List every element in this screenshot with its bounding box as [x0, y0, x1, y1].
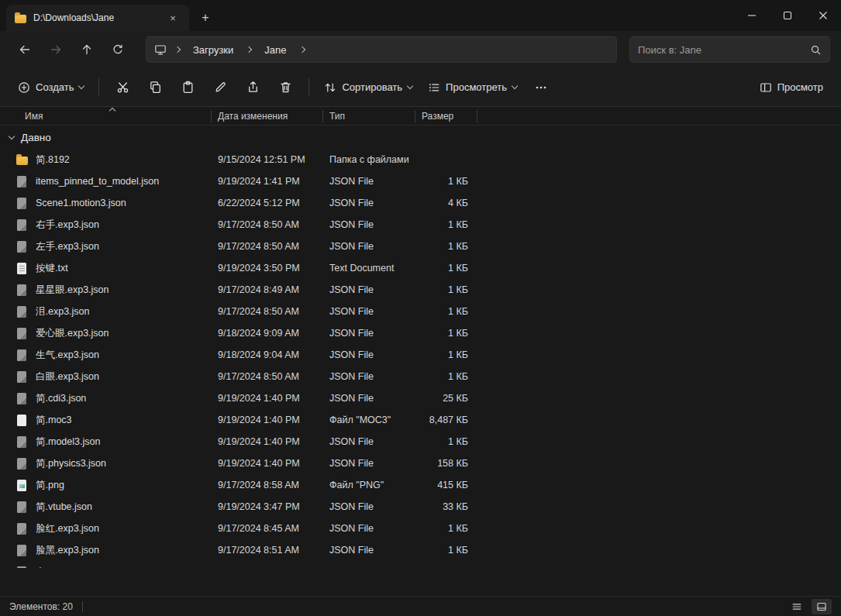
maximize-icon	[783, 11, 792, 20]
file-row[interactable]: 简.physics3.json 9/19/2024 1:40 PM JSON F…	[0, 453, 841, 474]
items-count: Элементов: 20	[9, 601, 73, 612]
paste-button[interactable]	[172, 74, 203, 102]
file-row[interactable]: 泪.exp3.json 9/17/2024 8:50 AM JSON File …	[0, 301, 841, 322]
breadcrumb-item-jane[interactable]: Jane	[260, 41, 291, 59]
file-type: JSON File	[323, 371, 415, 382]
file-name-cell: 简.8192	[0, 153, 212, 167]
file-row[interactable]: 脸红.exp3.json 9/17/2024 8:45 AM JSON File…	[0, 518, 841, 539]
sort-ascending-icon	[109, 108, 115, 114]
group-collapse-icon[interactable]	[9, 132, 15, 139]
file-name: 简.physics3.json	[36, 457, 106, 470]
search-box[interactable]	[629, 36, 830, 63]
close-icon	[819, 11, 828, 20]
column-header-name[interactable]: Имя	[0, 107, 212, 125]
breadcrumb-item-downloads[interactable]: Загрузки	[188, 41, 238, 59]
file-name-cell: 泪.exp3.json	[0, 305, 212, 318]
file-name: 右手.exp3.json	[36, 219, 99, 232]
file-type: JSON File	[323, 349, 415, 360]
file-name-cell: 简.physics3.json	[0, 457, 212, 470]
sort-button-label: Сортировать	[342, 81, 402, 93]
breadcrumb-chevron-icon	[170, 47, 185, 52]
file-size: 1 КБ	[415, 219, 477, 230]
new-button[interactable]: Создать	[11, 74, 91, 102]
preview-button[interactable]: Просмотр	[753, 74, 830, 102]
file-row[interactable]: 爱心眼.exp3.json 9/18/2024 9:09 AM JSON Fil…	[0, 322, 841, 344]
file-size: 1 КБ	[415, 176, 477, 187]
json-file-icon	[16, 370, 29, 384]
file-size: 1 КБ	[415, 566, 477, 568]
file-date: 9/17/2024 8:50 AM	[212, 241, 323, 252]
file-date: 9/19/2024 1:40 PM	[212, 393, 323, 404]
json-file-icon	[16, 327, 29, 340]
refresh-button[interactable]	[104, 36, 132, 64]
new-tab-button[interactable]: +	[194, 7, 217, 29]
file-row[interactable]: 生气.exp3.json 9/18/2024 9:04 AM JSON File…	[0, 344, 841, 366]
close-button[interactable]	[805, 0, 841, 31]
thumbnails-view-button[interactable]	[812, 599, 832, 614]
file-size: 1 КБ	[415, 263, 477, 274]
share-button[interactable]	[237, 74, 268, 102]
file-name-cell: 白眼.exp3.json	[0, 370, 212, 384]
chevron-down-icon	[407, 83, 413, 89]
delete-icon	[279, 81, 292, 94]
file-type: JSON File	[323, 328, 415, 339]
file-name-cell: 血.exp3.json	[0, 566, 212, 569]
group-header[interactable]: Давно	[0, 126, 841, 149]
more-dots-icon	[535, 81, 547, 94]
file-row[interactable]: Scene1.motion3.json 6/22/2024 5:12 PM JS…	[0, 192, 841, 214]
file-row[interactable]: 血.exp3.json 9/17/2024 8:46 AM JSON File …	[0, 561, 841, 568]
column-header-date-label: Дата изменения	[218, 111, 288, 122]
file-row[interactable]: 简.png 9/17/2024 8:58 AM Файл "PNG" 415 К…	[0, 474, 841, 496]
json-file-icon	[16, 392, 29, 405]
file-row[interactable]: 白眼.exp3.json 9/17/2024 8:50 AM JSON File…	[0, 366, 841, 387]
file-name: 左手.exp3.json	[36, 240, 99, 253]
explorer-tab[interactable]: D:\Downloads\Jane ×	[6, 5, 189, 31]
file-name: 简.model3.json	[36, 435, 100, 449]
more-button[interactable]	[526, 74, 557, 102]
file-name: 简.moc3	[36, 414, 72, 427]
copy-button[interactable]	[140, 74, 171, 102]
search-input[interactable]	[638, 44, 804, 56]
json-file-icon	[16, 566, 29, 569]
file-row[interactable]: 简.moc3 9/19/2024 1:40 PM Файл "MOC3" 8,4…	[0, 409, 841, 431]
column-header-type[interactable]: Тип	[323, 107, 415, 125]
address-bar[interactable]: Загрузки Jane	[146, 36, 617, 63]
file-row[interactable]: 右手.exp3.json 9/17/2024 8:50 AM JSON File…	[0, 214, 841, 236]
file-row[interactable]: 简.model3.json 9/19/2024 1:40 PM JSON Fil…	[0, 431, 841, 453]
rename-button[interactable]	[205, 74, 236, 102]
column-header-row: Имя Дата изменения Тип Размер	[0, 107, 841, 126]
file-row[interactable]: 星星眼.exp3.json 9/17/2024 8:49 AM JSON Fil…	[0, 279, 841, 301]
minimize-button[interactable]	[734, 0, 770, 31]
file-row[interactable]: 简.vtube.json 9/19/2024 3:47 PM JSON File…	[0, 496, 841, 518]
folder-icon	[16, 153, 29, 167]
cut-button[interactable]	[107, 74, 138, 102]
file-name: 按键.txt	[36, 262, 68, 275]
file-row[interactable]: 简.8192 9/15/2024 12:51 PM Папка с файлам…	[0, 149, 841, 170]
file-row[interactable]: 脸黑.exp3.json 9/17/2024 8:51 AM JSON File…	[0, 539, 841, 561]
delete-button[interactable]	[270, 74, 301, 102]
file-name: 简.png	[36, 479, 64, 492]
file-type: Папка с файлами	[323, 154, 415, 165]
forward-button[interactable]	[42, 36, 70, 64]
maximize-button[interactable]	[770, 0, 805, 31]
file-size: 1 КБ	[415, 349, 477, 360]
file-date: 9/18/2024 9:09 AM	[212, 328, 323, 339]
file-row[interactable]: 左手.exp3.json 9/17/2024 8:50 AM JSON File…	[0, 236, 841, 257]
file-type: JSON File	[323, 501, 415, 512]
back-button[interactable]	[11, 36, 39, 64]
view-button[interactable]: Просмотреть	[421, 74, 524, 102]
file-row[interactable]: 按键.txt 9/19/2024 3:50 PM Text Document 1…	[0, 257, 841, 279]
file-date: 9/19/2024 1:41 PM	[212, 176, 323, 187]
cut-icon	[116, 81, 129, 94]
file-date: 9/17/2024 8:51 AM	[212, 545, 323, 556]
up-button[interactable]	[73, 36, 101, 64]
file-row[interactable]: items_pinned_to_model.json 9/19/2024 1:4…	[0, 170, 841, 192]
details-view-button[interactable]	[787, 599, 807, 614]
column-header-size[interactable]: Размер	[415, 107, 477, 125]
column-header-date[interactable]: Дата изменения	[212, 107, 323, 125]
tab-close-button[interactable]: ×	[164, 9, 181, 26]
sort-button[interactable]: Сортировать	[317, 74, 419, 102]
toolbar-divider	[308, 78, 309, 97]
file-date: 9/17/2024 8:49 AM	[212, 284, 323, 295]
file-row[interactable]: 简.cdi3.json 9/19/2024 1:40 PM JSON File …	[0, 387, 841, 409]
